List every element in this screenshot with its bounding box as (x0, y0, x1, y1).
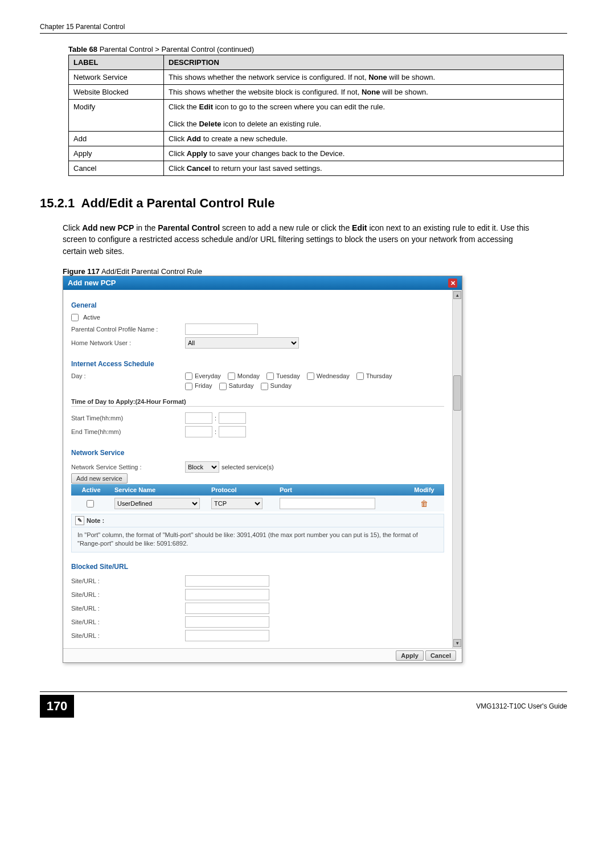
day-checkbox[interactable] (185, 372, 192, 380)
section-number: 15.2.1 (40, 196, 75, 210)
section-heading: 15.2.1 Add/Edit a Parental Control Rule (40, 196, 567, 211)
day-label: Saturday (229, 382, 254, 389)
day-label: Sunday (270, 382, 292, 389)
active-label: Active (83, 314, 100, 321)
day-checkbox[interactable] (266, 372, 274, 380)
service-active-checkbox[interactable] (87, 500, 94, 507)
note-icon: ✎ (75, 516, 84, 525)
time-heading: Time of Day to Apply:(24-Hour Format) (71, 398, 444, 407)
day-label: Day : (71, 372, 185, 379)
blocked-site-label: Site/URL : (71, 632, 185, 639)
day-checkbox[interactable] (219, 383, 227, 390)
day-checkbox[interactable] (307, 372, 314, 380)
day-label: Monday (237, 372, 260, 379)
section-paragraph: Click Add new PCP in the Parental Contro… (63, 222, 535, 257)
end-hour-input[interactable] (185, 426, 212, 437)
blocked-site-row: Site/URL : (71, 575, 444, 587)
service-setting-label: Network Service Setting : (71, 464, 185, 470)
table-cell-label: Cancel (69, 161, 164, 176)
profile-name-input[interactable] (185, 324, 258, 335)
blocked-site-label: Site/URL : (71, 605, 185, 612)
blocked-site-row: Site/URL : (71, 616, 444, 628)
col-description: DESCRIPTION (164, 55, 564, 70)
service-setting-select[interactable]: Block (185, 461, 219, 473)
table-row: Website BlockedThis shows whether the we… (69, 85, 564, 100)
blocked-site-input[interactable] (185, 616, 269, 628)
start-time-label: Start Time(hh:mm) (71, 415, 185, 421)
col-protocol: Protocol (208, 484, 276, 496)
scroll-up-icon[interactable]: ▴ (453, 291, 461, 299)
page-number: 170 (40, 695, 74, 718)
start-min-input[interactable] (219, 412, 246, 424)
page-footer: 170 VMG1312-T10C User's Guide (40, 691, 567, 718)
schedule-heading: Internet Access Schedule (71, 360, 444, 368)
dialog-screenshot: Add new PCP ✕ General Active Parental Co… (63, 276, 462, 663)
blocked-site-input[interactable] (185, 589, 269, 600)
trash-icon[interactable]: 🗑 (420, 499, 428, 508)
start-hour-input[interactable] (185, 412, 212, 424)
scroll-down-icon[interactable]: ▾ (453, 639, 461, 647)
section-title: Add/Edit a Parental Control Rule (81, 196, 275, 210)
port-input[interactable] (280, 498, 375, 509)
vertical-scrollbar[interactable]: ▴ ▾ (452, 290, 462, 648)
table-row: CancelClick Cancel to return your last s… (69, 161, 564, 176)
blocked-site-input[interactable] (185, 603, 269, 614)
general-heading: General (71, 301, 444, 309)
day-checkbox[interactable] (356, 372, 364, 380)
apply-button[interactable]: Apply (396, 650, 424, 661)
day-label: Tuesday (276, 372, 300, 379)
close-icon[interactable]: ✕ (448, 279, 457, 288)
table-row: ModifyClick the Edit icon to go to the s… (69, 100, 564, 132)
table-cell-description: Click Add to create a new schedule. (164, 132, 564, 146)
service-name-select[interactable]: UserDefined (114, 498, 200, 509)
home-user-label: Home Network User : (71, 339, 185, 346)
blocked-site-row: Site/URL : (71, 589, 444, 600)
table-cell-label: Network Service (69, 70, 164, 85)
scroll-thumb[interactable] (453, 375, 461, 411)
blocked-site-label: Site/URL : (71, 619, 185, 625)
running-header: Chapter 15 Parental Control (40, 23, 567, 34)
blocked-site-input[interactable] (185, 630, 269, 641)
service-table-header: Active Service Name Protocol Port Modify (71, 484, 444, 496)
blocked-site-row: Site/URL : (71, 630, 444, 641)
day-checkbox[interactable] (185, 383, 192, 390)
note-box: ✎ Note : In "Port" column, the format of… (71, 514, 444, 552)
description-table: LABEL DESCRIPTION Network ServiceThis sh… (68, 55, 564, 176)
table-cell-description: This shows whether the website block is … (164, 85, 564, 100)
dialog-title: Add new PCP (68, 279, 116, 287)
table-row: ApplyClick Apply to save your changes ba… (69, 146, 564, 161)
note-label: Note : (87, 517, 104, 524)
cancel-button[interactable]: Cancel (425, 650, 456, 661)
blocked-site-label: Site/URL : (71, 578, 185, 584)
profile-name-label: Parental Control Profile Name : (71, 326, 185, 333)
col-active: Active (71, 484, 111, 496)
end-min-input[interactable] (219, 426, 246, 437)
day-checkbox[interactable] (228, 372, 235, 380)
service-heading: Network Service (71, 449, 444, 457)
home-user-select[interactable]: All (185, 337, 299, 349)
blocked-site-label: Site/URL : (71, 591, 185, 598)
day-label: Thursday (366, 372, 392, 379)
service-table-row: UserDefined TCP 🗑 (71, 496, 444, 511)
table-cell-label: Modify (69, 100, 164, 132)
day-label: Everyday (195, 372, 221, 379)
table-title: Parental Control > Parental Control (con… (97, 45, 254, 54)
table-cell-description: Click Apply to save your changes back to… (164, 146, 564, 161)
col-label: LABEL (69, 55, 164, 70)
active-checkbox[interactable] (71, 314, 79, 321)
end-time-label: End Time(hh:mm) (71, 428, 185, 435)
add-new-service-button[interactable]: Add new service (71, 473, 128, 484)
day-label: Friday (195, 382, 212, 389)
dialog-footer: Apply Cancel (63, 648, 462, 662)
day-checkbox[interactable] (261, 383, 268, 390)
table-caption: Table 68 Parental Control > Parental Con… (68, 45, 567, 54)
table-row: Network ServiceThis shows whether the ne… (69, 70, 564, 85)
figure-number: Figure 117 (63, 267, 100, 276)
day-label: Wednesday (317, 372, 350, 379)
blocked-site-row: Site/URL : (71, 603, 444, 614)
table-number: Table 68 (68, 45, 97, 54)
protocol-select[interactable]: TCP (211, 498, 263, 509)
col-port: Port (276, 484, 404, 496)
blocked-site-input[interactable] (185, 575, 269, 587)
table-cell-description: This shows whether the network service i… (164, 70, 564, 85)
